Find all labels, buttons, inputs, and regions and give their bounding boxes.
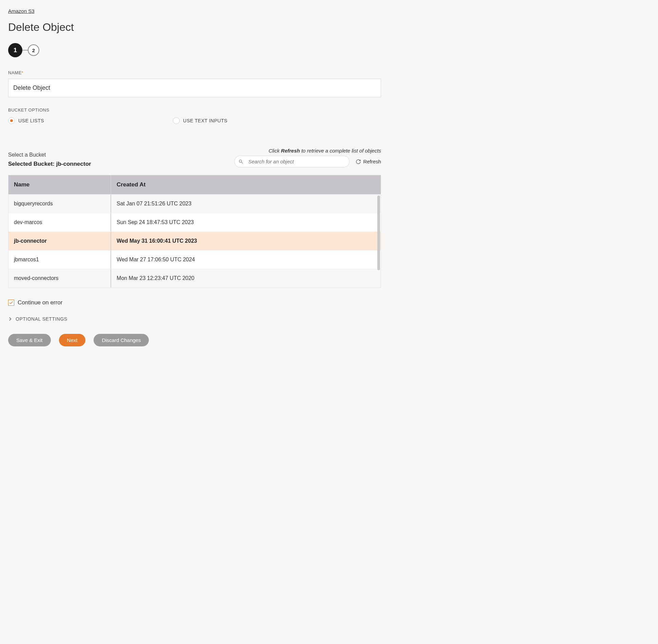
chevron-right-icon — [8, 317, 12, 321]
radio-label: USE TEXT INPUTS — [183, 118, 227, 123]
search-input[interactable] — [234, 156, 350, 167]
cell-created: Sat Jan 07 21:51:26 UTC 2023 — [111, 195, 381, 213]
check-icon — [9, 301, 13, 305]
table-row[interactable]: moved-connectorsMon Mar 23 12:23:47 UTC … — [8, 269, 381, 287]
bucket-options-label: BUCKET OPTIONS — [8, 107, 381, 113]
refresh-icon — [356, 159, 361, 164]
cell-name: jb-connector — [8, 232, 111, 250]
refresh-hint-bold: Refresh — [281, 148, 300, 154]
th-name[interactable]: Name — [8, 175, 111, 194]
table-row[interactable]: dev-marcosSun Sep 24 18:47:53 UTC 2023 — [8, 213, 381, 232]
selected-bucket-prefix: Selected Bucket: — [8, 161, 56, 167]
th-created[interactable]: Created At — [111, 175, 381, 194]
name-label: NAME* — [8, 70, 381, 75]
selected-bucket-value: jb-connector — [56, 161, 91, 167]
select-bucket-label: Select a Bucket — [8, 152, 212, 158]
table-row[interactable]: jbmarcos1Wed Mar 27 17:06:50 UTC 2024 — [8, 250, 381, 269]
save-exit-button[interactable]: Save & Exit — [8, 334, 51, 346]
stepper: 1 2 — [8, 43, 381, 57]
radio-icon — [173, 117, 180, 124]
radio-icon — [8, 117, 15, 124]
refresh-hint-pre: Click — [268, 148, 281, 154]
radio-use-lists[interactable]: USE LISTS — [8, 117, 44, 124]
scrollbar[interactable] — [377, 196, 380, 270]
required-marker: * — [22, 70, 24, 75]
name-label-text: NAME — [8, 70, 22, 75]
name-input[interactable] — [8, 79, 381, 97]
checkbox-label: Continue on error — [18, 299, 62, 306]
radio-use-text-inputs[interactable]: USE TEXT INPUTS — [173, 117, 227, 124]
page-title: Delete Object — [8, 21, 381, 34]
selected-bucket: Selected Bucket: jb-connector — [8, 161, 212, 167]
refresh-label: Refresh — [363, 159, 381, 164]
cell-name: jbmarcos1 — [8, 250, 111, 269]
refresh-hint-post: to retrieve a complete list of objects — [300, 148, 381, 154]
cell-created: Wed May 31 16:00:41 UTC 2023 — [111, 232, 381, 250]
refresh-hint: Click Refresh to retrieve a complete lis… — [218, 148, 381, 154]
continue-on-error-checkbox[interactable]: Continue on error — [8, 299, 381, 306]
checkbox-icon — [8, 300, 14, 306]
radio-label: USE LISTS — [18, 118, 44, 123]
optional-settings-label: OPTIONAL SETTINGS — [16, 316, 67, 322]
optional-settings-toggle[interactable]: OPTIONAL SETTINGS — [8, 316, 381, 322]
cell-created: Mon Mar 23 12:23:47 UTC 2020 — [111, 269, 381, 287]
table-row[interactable]: jb-connectorWed May 31 16:00:41 UTC 2023 — [8, 232, 381, 250]
discard-button[interactable]: Discard Changes — [94, 334, 149, 346]
cell-name: bigqueryrecords — [8, 195, 111, 213]
refresh-button[interactable]: Refresh — [356, 159, 381, 164]
cell-created: Sun Sep 24 18:47:53 UTC 2023 — [111, 213, 381, 232]
table-row[interactable]: bigqueryrecordsSat Jan 07 21:51:26 UTC 2… — [8, 194, 381, 213]
next-button[interactable]: Next — [59, 334, 86, 346]
search-icon — [238, 159, 244, 164]
cell-name: dev-marcos — [8, 213, 111, 232]
cell-name: moved-connectors — [8, 269, 111, 287]
step-2[interactable]: 2 — [28, 44, 39, 56]
step-connector — [22, 50, 28, 51]
cell-created: Wed Mar 27 17:06:50 UTC 2024 — [111, 250, 381, 269]
breadcrumb[interactable]: Amazon S3 — [8, 8, 35, 14]
bucket-table: Name Created At bigqueryrecordsSat Jan 0… — [8, 175, 381, 288]
step-1[interactable]: 1 — [8, 43, 22, 57]
